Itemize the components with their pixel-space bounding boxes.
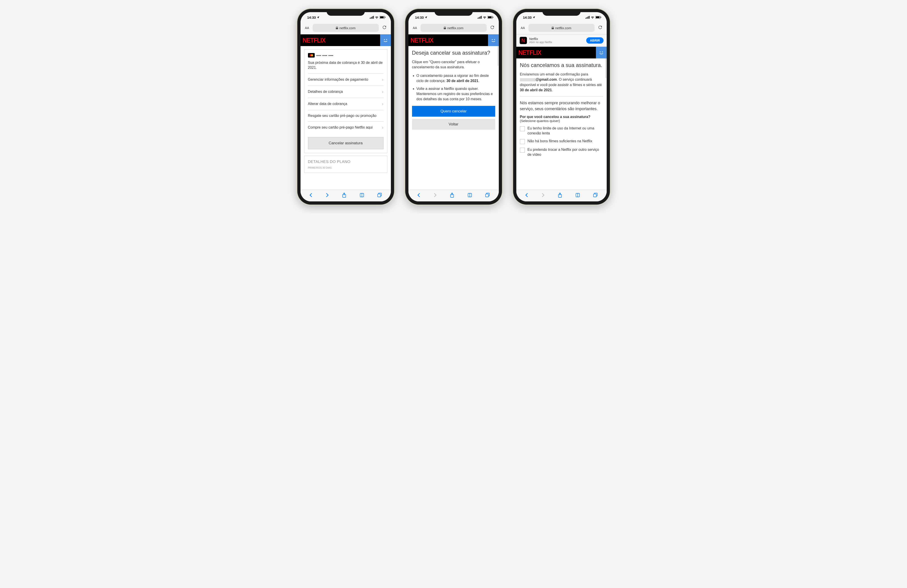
chat-widget-icon[interactable] — [488, 34, 499, 46]
chevron-right-icon: › — [382, 102, 383, 106]
phone-screen-2: 14:33 AA netflix.com NETFLIX — [409, 12, 499, 201]
netflix-header: NETFLIX — [516, 47, 607, 58]
refresh-button[interactable] — [489, 24, 496, 31]
svg-rect-33 — [551, 28, 554, 29]
change-billing-date-link[interactable]: Alterar data de cobrança› — [308, 98, 383, 110]
status-time: 14:33 — [307, 16, 316, 19]
tabs-button[interactable] — [377, 193, 382, 199]
card-masked-digits: •••• •••• •••• — [316, 54, 333, 57]
chevron-right-icon: › — [382, 125, 383, 130]
mastercard-icon — [308, 53, 315, 58]
lock-icon — [336, 26, 338, 30]
text-size-button[interactable]: AA — [411, 25, 419, 30]
tabs-button[interactable] — [593, 193, 598, 199]
survey-question: Por que você cancelou a sua assinatura? — [520, 115, 603, 119]
text-size-button[interactable]: AA — [303, 25, 311, 30]
lock-icon — [551, 26, 554, 30]
safari-url-bar: AA netflix.com — [409, 22, 499, 34]
back-button[interactable] — [417, 193, 420, 199]
back-button[interactable] — [309, 193, 312, 199]
cancel-bullet-2: Volte a assinar a Netflix quando quiser.… — [417, 86, 495, 102]
share-button[interactable] — [450, 192, 454, 199]
svg-rect-32 — [601, 17, 601, 18]
confirm-cancel-button[interactable]: Quero cancelar — [412, 106, 495, 117]
battery-icon — [595, 16, 601, 19]
bookmarks-button[interactable] — [575, 193, 580, 199]
wifi-icon — [591, 16, 595, 19]
cellular-signal-icon — [478, 16, 482, 19]
open-app-button[interactable]: ABRIR — [586, 37, 603, 43]
survey-option-1[interactable]: Eu tenho limite de uso da Internet ou um… — [520, 126, 603, 136]
chevron-right-icon: › — [382, 77, 383, 82]
survey-hint: (Selecione quantos quiser) — [520, 119, 603, 123]
cancel-subscription-button[interactable]: Cancelar assinatura — [308, 137, 383, 149]
svg-rect-26 — [586, 18, 586, 19]
svg-rect-2 — [372, 16, 373, 19]
confirmation-text: Enviaremos um email de confirmação para … — [520, 72, 603, 93]
redeem-gift-link[interactable]: Resgate seu cartão pré-pago ou promoção — [308, 110, 383, 122]
share-button[interactable] — [558, 192, 562, 199]
svg-rect-38 — [593, 194, 596, 197]
checkbox-icon[interactable] — [520, 126, 525, 131]
url-field[interactable]: netflix.com — [529, 24, 595, 32]
svg-point-34 — [600, 51, 601, 52]
bookmarks-button[interactable] — [360, 193, 364, 199]
svg-rect-7 — [336, 28, 338, 29]
forward-button[interactable] — [326, 193, 329, 199]
status-time: 14:33 — [415, 16, 424, 19]
billing-details-link[interactable]: Detalhes de cobrança› — [308, 86, 383, 98]
text-size-button[interactable]: AA — [519, 25, 527, 30]
netflix-header: NETFLIX — [301, 34, 391, 46]
svg-rect-31 — [596, 16, 599, 18]
svg-rect-29 — [589, 16, 590, 19]
buy-gift-card-link[interactable]: Compre seu cartão pré-pago Netflix aqui› — [308, 122, 383, 133]
survey-option-3[interactable]: Eu pretendo trocar a Netflix por outro s… — [520, 147, 603, 157]
share-button[interactable] — [342, 192, 346, 199]
plan-details-card: DETALHES DO PLANO PRIMEIROS 30 DIAS — [304, 156, 387, 173]
netflix-logo[interactable]: NETFLIX — [411, 36, 433, 44]
page-content-3: NETFLIX Nós cancelamos a sua assinatura.… — [516, 47, 607, 190]
tabs-button[interactable] — [485, 193, 490, 199]
refresh-button[interactable] — [596, 24, 604, 31]
svg-rect-12 — [378, 194, 381, 197]
redacted-email — [520, 78, 536, 82]
page-content-2: NETFLIX Deseja cancelar sua assinatura? … — [409, 34, 499, 190]
app-banner-name: Netflix — [529, 37, 584, 41]
bookmarks-button[interactable] — [468, 193, 472, 199]
manage-payment-link[interactable]: Gerenciar informações de pagamento› — [308, 74, 383, 86]
phone-frame-2: 14:33 AA netflix.com NETFLIX — [405, 9, 502, 205]
checkbox-icon[interactable] — [520, 139, 525, 144]
safari-toolbar — [301, 190, 391, 201]
url-field[interactable]: netflix.com — [421, 24, 486, 32]
svg-point-9 — [386, 39, 387, 40]
back-button[interactable] — [525, 193, 528, 199]
refresh-button[interactable] — [381, 24, 388, 31]
checkbox-icon[interactable] — [520, 148, 525, 152]
survey-intro: Nós estamos sempre procurando melhorar o… — [520, 100, 603, 112]
url-domain: netflix.com — [340, 26, 356, 30]
safari-toolbar — [516, 190, 607, 201]
url-domain: netflix.com — [447, 26, 463, 30]
url-field[interactable]: netflix.com — [312, 24, 378, 32]
chat-widget-icon[interactable] — [380, 34, 391, 46]
scrollbar-indicator — [606, 47, 606, 78]
safari-url-bar: AA netflix.com — [516, 22, 607, 34]
svg-rect-27 — [587, 17, 587, 19]
netflix-logo[interactable]: NETFLIX — [519, 48, 541, 57]
svg-rect-25 — [486, 194, 489, 197]
svg-point-21 — [492, 39, 493, 40]
go-back-button[interactable]: Voltar — [412, 119, 495, 130]
battery-icon — [380, 16, 386, 19]
svg-point-22 — [494, 39, 495, 40]
notch — [434, 9, 473, 16]
plan-details-sub: PRIMEIROS 30 DIAS — [308, 166, 383, 169]
chat-widget-icon[interactable] — [596, 47, 607, 58]
location-services-icon — [532, 16, 535, 19]
survey-option-2[interactable]: Não há bons filmes suficientes na Netfli… — [520, 139, 603, 144]
url-domain: netflix.com — [555, 26, 571, 30]
netflix-logo[interactable]: NETFLIX — [303, 36, 325, 44]
svg-rect-1 — [371, 17, 372, 19]
phone-screen-3: 14:33 AA netflix.com N Netflix Abrir no … — [516, 12, 607, 201]
svg-rect-16 — [481, 16, 482, 19]
forward-button — [542, 193, 545, 199]
